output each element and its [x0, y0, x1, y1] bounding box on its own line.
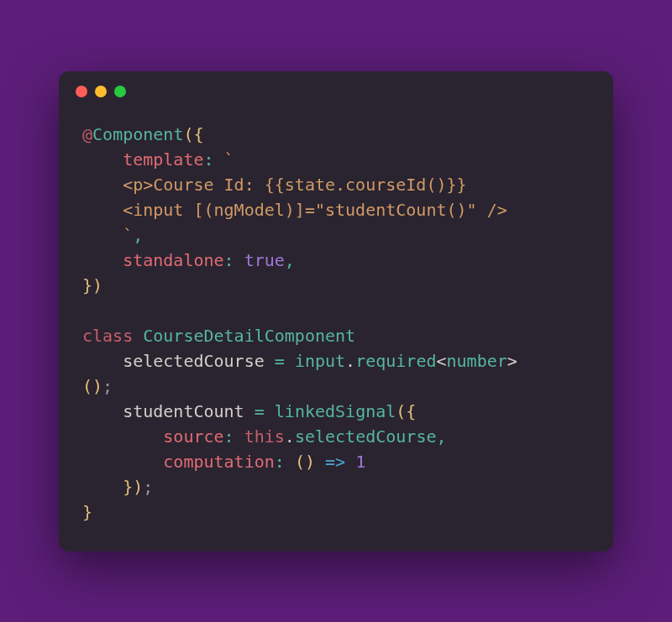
code-token: class — [82, 326, 143, 346]
code-token: . — [285, 426, 295, 447]
code-token: ; — [143, 477, 153, 497]
code-token: <input [(ngModel)]="studentCount()" /> — [82, 200, 507, 220]
code-token: ({ — [183, 124, 203, 144]
code-token: linkedSignal — [275, 401, 396, 421]
code-token: = — [275, 351, 295, 371]
code-token: : — [224, 250, 244, 270]
code-token: standalone — [82, 250, 224, 270]
code-token: Component — [92, 124, 183, 144]
code-token: ({ — [396, 401, 416, 421]
code-token: 1 — [355, 452, 365, 472]
code-token: < — [436, 351, 446, 371]
code-token: number — [447, 351, 507, 371]
code-token: template — [82, 149, 204, 170]
code-token: => — [325, 452, 355, 472]
code-token: } — [82, 502, 92, 522]
minimize-icon[interactable] — [95, 86, 107, 97]
code-token: ` — [82, 225, 133, 245]
code-window: @Component({ template: ` <p>Course Id: {… — [59, 71, 613, 551]
close-icon[interactable] — [76, 86, 87, 97]
code-token: . — [345, 351, 355, 371]
code-token: this — [244, 426, 285, 447]
code-token: () — [295, 452, 325, 472]
code-block: @Component({ template: ` <p>Course Id: {… — [59, 112, 613, 551]
code-token: computation — [82, 452, 275, 472]
code-token: required — [355, 351, 436, 371]
code-token: : — [275, 452, 295, 472]
code-token: ` — [224, 149, 234, 170]
code-token: : — [224, 426, 244, 447]
code-token: , — [436, 426, 446, 447]
code-token: }) — [82, 275, 102, 295]
code-token: <p>Course Id: {{state.courseId()}} — [82, 175, 467, 195]
titlebar — [59, 71, 613, 112]
code-token: ; — [102, 376, 113, 396]
code-token: , — [133, 225, 143, 245]
code-token: source — [82, 426, 224, 447]
code-token: = — [255, 401, 275, 421]
code-token: studentCount — [82, 401, 255, 421]
code-token: () — [82, 376, 102, 396]
code-token: CourseDetailComponent — [143, 326, 355, 346]
code-token: @ — [82, 124, 92, 144]
code-token: selectedCourse — [82, 351, 275, 371]
code-token: true — [244, 250, 285, 270]
code-token: : — [204, 149, 224, 170]
code-token: selectedCourse — [295, 426, 437, 447]
code-token: input — [295, 351, 345, 371]
code-token: }) — [82, 477, 143, 497]
code-token: > — [507, 351, 517, 371]
maximize-icon[interactable] — [114, 86, 126, 97]
code-token: , — [285, 250, 295, 270]
